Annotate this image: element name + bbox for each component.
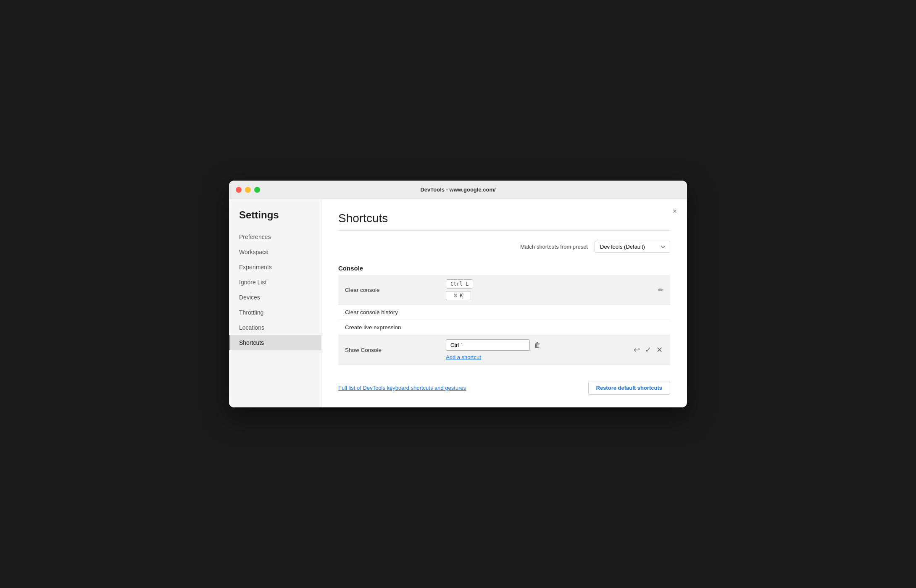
edit-icon-clear-console[interactable]: ✏ — [658, 286, 663, 294]
sidebar-item-workspace[interactable]: Workspace — [229, 244, 321, 260]
shortcut-name-show-console: Show Console — [345, 347, 446, 353]
preset-label: Match shortcuts from preset — [520, 244, 588, 250]
delete-icon-show-console[interactable]: 🗑 — [534, 341, 541, 349]
shortcut-input-line: 🗑 — [446, 339, 633, 351]
minimize-traffic-light[interactable] — [245, 187, 251, 193]
titlebar-title: DevTools - www.google.com/ — [420, 186, 495, 193]
cancel-edit-button[interactable]: ✕ — [655, 344, 663, 355]
shortcut-row-clear-console: Clear console Ctrl L ⌘ K ✏ — [338, 275, 670, 305]
shortcut-row-live-expression: Create live expression — [338, 320, 670, 335]
main-content: × Shortcuts Match shortcuts from preset … — [321, 199, 687, 407]
sidebar-item-throttling[interactable]: Throttling — [229, 305, 321, 320]
shortcut-name-clear-history: Clear console history — [345, 309, 446, 315]
shortcut-name-clear-console: Clear console — [345, 287, 446, 293]
close-button[interactable]: × — [672, 207, 677, 215]
undo-button[interactable]: ↩ — [633, 344, 641, 355]
restore-defaults-button[interactable]: Restore default shortcuts — [588, 381, 670, 395]
sidebar-item-experiments[interactable]: Experiments — [229, 260, 321, 275]
shortcut-input-row-show-console: 🗑 Add a shortcut — [446, 339, 633, 360]
sidebar-item-devices[interactable]: Devices — [229, 290, 321, 305]
editing-actions-show-console: ↩ ✓ ✕ — [633, 344, 663, 355]
footer: Full list of DevTools keyboard shortcuts… — [338, 377, 670, 395]
divider — [338, 230, 670, 231]
sidebar-item-preferences[interactable]: Preferences — [229, 229, 321, 244]
key-badge-ctrl-l: Ctrl L — [446, 279, 658, 289]
confirm-button[interactable]: ✓ — [644, 344, 652, 355]
key-badge-cmd-k: ⌘ K — [446, 291, 658, 300]
sidebar-item-shortcuts[interactable]: Shortcuts — [229, 335, 321, 350]
sidebar-item-ignore-list[interactable]: Ignore List — [229, 275, 321, 290]
page-title: Shortcuts — [338, 212, 670, 225]
preset-row: Match shortcuts from preset DevTools (De… — [338, 241, 670, 253]
shortcut-keys-clear-console: Ctrl L ⌘ K — [446, 279, 658, 300]
window-body: Settings Preferences Workspace Experimen… — [229, 199, 687, 407]
sidebar-heading: Settings — [229, 209, 321, 229]
full-list-link[interactable]: Full list of DevTools keyboard shortcuts… — [338, 385, 466, 391]
traffic-lights — [236, 187, 260, 193]
section-console-title: Console — [338, 265, 670, 272]
maximize-traffic-light[interactable] — [254, 187, 260, 193]
preset-select[interactable]: DevTools (Default) Visual Studio Code — [595, 241, 670, 253]
sidebar-item-locations[interactable]: Locations — [229, 320, 321, 335]
add-shortcut-link[interactable]: Add a shortcut — [446, 354, 633, 360]
devtools-window: DevTools - www.google.com/ Settings Pref… — [229, 181, 687, 407]
shortcut-row-clear-history: Clear console history — [338, 305, 670, 320]
shortcut-input-show-console[interactable] — [446, 339, 530, 351]
sidebar: Settings Preferences Workspace Experimen… — [229, 199, 321, 407]
titlebar: DevTools - www.google.com/ — [229, 181, 687, 199]
shortcut-actions-clear-console: ✏ — [658, 286, 663, 294]
shortcut-row-show-console: Show Console 🗑 Add a shortcut ↩ ✓ ✕ — [338, 335, 670, 365]
shortcut-name-live-expression: Create live expression — [345, 324, 446, 331]
close-traffic-light[interactable] — [236, 187, 242, 193]
